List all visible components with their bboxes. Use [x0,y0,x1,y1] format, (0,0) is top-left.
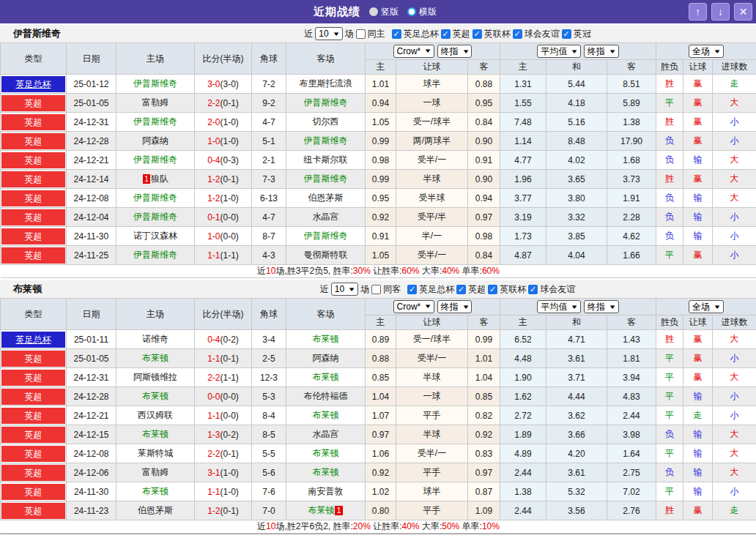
league-type-link[interactable]: 英超 [1,133,65,149]
crow-select[interactable]: Crow*▼ [393,300,435,313]
average-select[interactable]: 平均值▼ [537,45,581,58]
odds-group-header: Crow*▼ 终指▼ [366,299,500,315]
cell-away-team: 布里斯托流浪 [286,75,366,94]
league-type-link[interactable]: 英超 [1,228,65,244]
cell-date: 24-12-04 [67,208,116,227]
league-checkbox-4[interactable]: ✓ [562,29,571,39]
cell-avg-home: 2.44 [500,463,546,482]
league-checkbox-label[interactable]: 英超 [468,283,486,296]
final-odds-select-1-value: 终指 [441,301,459,313]
cell-score: 2-2(1-1) [195,368,252,387]
cell-score: 2-2(0-1) [195,94,252,113]
league-type-link[interactable]: 英超 [1,465,65,481]
cell-result-goals: 小 [713,227,756,246]
cell-league: 英超 [1,151,67,170]
league-type-link[interactable]: 英足总杯 [1,76,65,92]
league-checkbox-label[interactable]: 英联杯 [484,28,511,40]
fulltime-select[interactable]: 全场▼ [689,45,724,58]
cell-score: 0-4(0-2) [195,330,252,349]
col-header-1: 日期 [67,43,116,75]
move-down-button[interactable]: ↓ [711,3,730,20]
horizontal-layout-label[interactable]: 横版 [419,6,437,18]
league-checkbox-3[interactable]: ✓ [528,285,538,294]
same-venue-checkbox[interactable] [356,29,366,39]
league-type-link[interactable]: 英超 [1,351,65,367]
cell-corner: 4-7 [252,113,286,132]
cell-home-team: 伊普斯维奇 [116,151,195,170]
league-type-link[interactable]: 英超 [1,95,65,111]
league-checkbox-1[interactable]: ✓ [456,285,466,294]
cell-odds-away: 0.90 [468,170,500,189]
cell-avg-draw: 3.61 [546,349,607,368]
league-checkbox-label[interactable]: 球会友谊 [540,283,575,296]
chevron-down-icon: ▼ [608,304,616,310]
league-checkbox-1[interactable]: ✓ [441,29,451,39]
league-type-link[interactable]: 英足总杯 [1,332,65,348]
cell-avg-draw: 3.62 [546,406,607,425]
league-type-link[interactable]: 英超 [1,152,65,168]
cell-odds-home: 0.92 [366,208,396,227]
vertical-layout-label[interactable]: 竖版 [381,6,399,18]
league-type-link[interactable]: 英超 [1,209,65,225]
league-checkbox-label[interactable]: 球会友谊 [525,28,560,40]
horizontal-layout-radio[interactable] [407,7,416,16]
cell-result-outcome: 平 [656,406,683,425]
cell-score: 1-1(0-1) [195,349,252,368]
league-type-link[interactable]: 英超 [1,247,65,264]
cell-corner: 2-5 [252,349,286,368]
cell-away-team-name: 布莱顿 [313,372,339,382]
league-type-link[interactable]: 英超 [1,190,65,206]
summary-value: 40% [442,266,459,276]
crow-select[interactable]: Crow*▼ [393,45,435,58]
same-venue-checkbox[interactable] [371,285,381,294]
league-checkbox-2[interactable]: ✓ [472,29,482,39]
same-venue-label[interactable]: 同客 [383,283,401,296]
final-odds-select-2[interactable]: 终指▼ [584,45,619,58]
match-count-select[interactable]: 10▼ [331,283,358,296]
final-odds-select-1[interactable]: 终指▼ [437,300,472,313]
average-select[interactable]: 平均值▼ [537,300,581,313]
close-button[interactable]: ✕ [734,3,752,20]
league-type-link[interactable]: 英超 [1,484,65,500]
same-venue-label[interactable]: 同主 [368,28,385,40]
league-type-link[interactable]: 英超 [1,370,65,386]
cell-corner: 4-7 [252,208,286,227]
league-type-link[interactable]: 英超 [1,408,65,424]
league-checkbox-3[interactable]: ✓ [513,29,522,39]
move-up-button[interactable]: ↑ [689,3,707,20]
league-type-link[interactable]: 英超 [1,503,65,519]
cell-avg-home: 6.52 [500,330,546,349]
final-odds-select-2-value: 终指 [588,45,605,58]
league-checkbox-label[interactable]: 英联杯 [500,283,526,296]
cell-result-outcome: 平 [656,94,683,113]
league-checkbox-2[interactable]: ✓ [488,285,497,294]
league-checkbox-0[interactable]: ✓ [392,29,401,39]
cell-date: 25-01-12 [67,75,116,94]
cell-home-team: 布莱顿 [116,425,195,444]
league-checkbox-0[interactable]: ✓ [407,285,417,294]
league-checkbox-label[interactable]: 英超 [453,28,470,40]
match-row: 英超24-11-23伯恩茅斯1-2(0-1)7-0布莱顿10.80平手1.092… [1,501,756,520]
league-type-link[interactable]: 英超 [1,114,65,130]
final-odds-select-1[interactable]: 终指▼ [437,45,472,58]
cell-league: 英超 [1,463,67,482]
summary-value: 60% [482,266,500,276]
league-type-link[interactable]: 英超 [1,389,65,405]
league-type-link[interactable]: 英超 [1,446,65,462]
cell-avg-away: 1.68 [607,151,656,170]
cell-corner: 5-3 [252,387,286,406]
league-type-link[interactable]: 英超 [1,427,65,443]
league-checkbox-label[interactable]: 英足总杯 [404,28,439,40]
match-count-select[interactable]: 10▼ [315,27,342,40]
league-type-link[interactable]: 英超 [1,171,65,187]
vertical-layout-radio[interactable] [369,7,378,16]
cell-avg-away: 1.64 [607,444,656,463]
league-checkbox-label[interactable]: 英足总杯 [419,283,454,296]
cell-odds-home: 0.89 [366,330,396,349]
fulltime-group-header: 全场▼ [656,43,756,60]
league-checkbox-label[interactable]: 英冠 [574,28,591,40]
fulltime-select[interactable]: 全场▼ [689,300,724,313]
halftime-score: (0-0) [220,392,239,402]
final-odds-select-2[interactable]: 终指▼ [584,300,619,313]
cell-home-team-name: 布莱顿 [142,429,168,439]
